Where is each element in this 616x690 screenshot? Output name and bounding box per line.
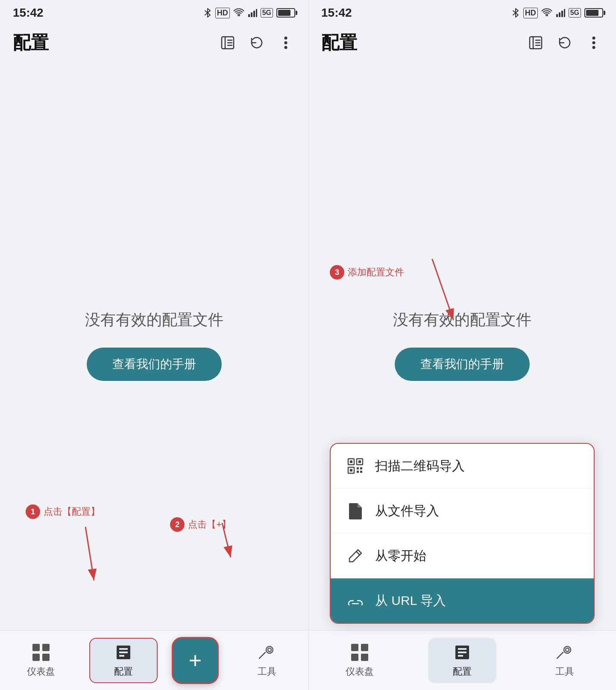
svg-rect-16: [32, 644, 40, 651]
left-phone-panel: 15:42 HD 5G: [0, 0, 308, 690]
arrow-1: [0, 60, 308, 630]
book-icon-right[interactable]: [526, 33, 545, 52]
dashboard-icon-right: [350, 643, 369, 662]
wifi-icon: [233, 8, 244, 18]
bluetooth-icon: [203, 8, 212, 18]
menu-item-label-scratch: 从零开始: [375, 547, 426, 565]
svg-rect-18: [32, 654, 40, 661]
menu-item-label-url: 从 URL 导入: [375, 592, 446, 610]
tools-icon-left: [258, 643, 276, 662]
svg-rect-21: [556, 14, 558, 17]
file-icon: [346, 501, 365, 520]
svg-rect-24: [564, 9, 565, 17]
svg-point-10: [285, 41, 287, 44]
app-title-left: 配置: [13, 31, 49, 55]
bottom-nav-left: 仪表盘 配置 + 工具: [0, 630, 308, 690]
svg-rect-43: [357, 471, 359, 473]
battery-icon: [276, 8, 295, 18]
dashboard-icon-left: [32, 643, 50, 662]
handbook-btn-left[interactable]: 查看我们的手册: [87, 348, 222, 381]
annotation-badge-2: 2: [170, 517, 185, 532]
svg-point-31: [593, 41, 595, 44]
refresh-icon-right[interactable]: [555, 33, 574, 52]
signal-icon-right: [556, 8, 565, 18]
annotation-badge-1: 1: [26, 504, 40, 519]
nav-label-tools-left: 工具: [258, 665, 276, 678]
svg-point-9: [285, 37, 287, 40]
edit-icon: [346, 546, 365, 565]
menu-item-url[interactable]: 从 URL 导入: [331, 578, 594, 623]
menu-item-label-file: 从文件导入: [375, 502, 439, 520]
5g-icon-right: 5G: [569, 8, 581, 18]
svg-rect-38: [358, 460, 361, 463]
nav-item-tools-right[interactable]: 工具: [531, 639, 599, 682]
annotation-1: 1 点击【配置】: [26, 504, 100, 519]
app-title-right: 配置: [321, 31, 357, 55]
dropdown-menu: 扫描二维码导入 从文件导入 从零开始: [330, 443, 595, 624]
nav-item-dashboard-left[interactable]: 仪表盘: [7, 639, 75, 682]
nav-item-tools-left[interactable]: 工具: [233, 639, 301, 682]
nav-item-dashboard-right[interactable]: 仪表盘: [326, 639, 394, 682]
5g-icon: 5G: [261, 8, 273, 18]
app-bar-actions-left: [218, 33, 295, 52]
menu-item-label-qr: 扫描二维码导入: [375, 457, 465, 475]
svg-point-51: [566, 648, 569, 652]
svg-rect-44: [360, 471, 362, 473]
qr-icon: [346, 457, 365, 475]
book-icon-left[interactable]: [218, 33, 237, 52]
svg-rect-19: [42, 654, 50, 661]
config-icon-right: [453, 643, 472, 662]
fab-btn-left[interactable]: +: [172, 637, 219, 684]
wifi-icon-right: [541, 8, 552, 18]
handbook-btn-right[interactable]: 查看我们的手册: [395, 348, 530, 381]
app-bar-left: 配置: [0, 26, 308, 60]
hd-icon: HD: [215, 8, 230, 18]
empty-text-right: 没有有效的配置文件: [393, 310, 531, 330]
nav-item-config-left[interactable]: 配置: [89, 638, 158, 683]
svg-line-45: [356, 551, 360, 555]
status-time-right: 15:42: [321, 6, 352, 20]
nav-label-dashboard-left: 仪表盘: [27, 665, 55, 678]
svg-point-30: [593, 37, 595, 40]
svg-point-20: [268, 648, 271, 652]
svg-rect-50: [361, 654, 368, 661]
more-icon-right[interactable]: [584, 33, 603, 52]
battery-icon-right: [584, 8, 603, 18]
status-time-left: 15:42: [13, 6, 44, 20]
svg-rect-41: [357, 467, 359, 469]
refresh-icon-left[interactable]: [247, 33, 266, 52]
svg-point-11: [285, 46, 287, 49]
svg-rect-3: [256, 9, 257, 17]
signal-icon-left: [248, 8, 257, 18]
arrow-2: [0, 60, 308, 630]
menu-item-file[interactable]: 从文件导入: [331, 489, 594, 534]
nav-label-config-left: 配置: [114, 665, 133, 678]
annotation-badge-3: 3: [330, 265, 344, 280]
menu-item-qr[interactable]: 扫描二维码导入: [331, 444, 594, 489]
svg-rect-23: [561, 11, 563, 17]
status-bar-left: 15:42 HD 5G: [0, 0, 308, 26]
svg-point-32: [593, 46, 595, 49]
empty-text-left: 没有有效的配置文件: [85, 310, 223, 330]
status-icons-right: HD 5G: [511, 8, 603, 18]
svg-rect-36: [350, 460, 352, 463]
annotation-text-1: 点击【配置】: [44, 505, 100, 518]
right-phone-panel: 15:42 HD 5G 配置: [308, 0, 616, 690]
tools-icon-right: [555, 643, 574, 662]
nav-label-tools-right: 工具: [555, 665, 574, 678]
bluetooth-icon-right: [511, 8, 520, 18]
nav-label-dashboard-right: 仪表盘: [346, 665, 374, 678]
menu-item-scratch[interactable]: 从零开始: [331, 534, 594, 578]
fab-plus-icon: +: [189, 649, 202, 672]
svg-rect-17: [42, 644, 50, 651]
annotation-3: 3 添加配置文件: [330, 265, 404, 280]
bottom-nav-right: 仪表盘 配置 工具: [308, 630, 616, 690]
config-icon-left: [114, 643, 133, 662]
status-icons-left: HD 5G: [203, 8, 295, 18]
svg-rect-49: [351, 654, 358, 661]
nav-label-config-right: 配置: [453, 665, 472, 678]
svg-rect-47: [351, 644, 358, 651]
more-icon-left[interactable]: [276, 33, 295, 52]
nav-item-config-right[interactable]: 配置: [428, 638, 496, 683]
annotation-2: 2 点击【+】: [170, 517, 231, 532]
